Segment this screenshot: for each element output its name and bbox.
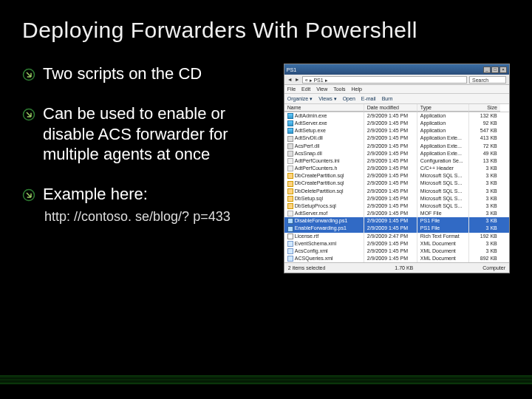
file-row[interactable]: AdtPerfCounters.h2/9/2009 1:45 PMC/C++ H… — [284, 165, 509, 172]
tool-open[interactable]: Open — [343, 96, 355, 101]
file-icon — [287, 226, 293, 232]
file-icon — [287, 113, 293, 119]
menu-tools[interactable]: Tools — [333, 86, 345, 92]
menu-view[interactable]: View — [316, 86, 327, 92]
bullet-item: Can be used to enable or disable ACS for… — [22, 103, 270, 165]
file-icon — [287, 128, 293, 134]
file-row[interactable]: ACSQueries.xml2/9/2009 1:45 PMXML Docume… — [284, 255, 509, 262]
file-icon — [287, 158, 293, 164]
example-url: http: //contoso. se/blog/? p=433 — [44, 209, 270, 225]
file-row[interactable]: License.rtf2/9/2009 2:47 PMRich Text For… — [284, 233, 509, 240]
file-icon — [287, 248, 293, 254]
file-icon — [287, 188, 293, 194]
status-location: Computer — [482, 265, 505, 270]
file-icon — [287, 173, 293, 179]
explorer-menubar: File Edit View Tools Help — [284, 85, 509, 94]
maximize-button[interactable]: □ — [491, 66, 499, 73]
status-items: 2 items selected — [288, 265, 326, 270]
menu-file[interactable]: File — [287, 86, 296, 92]
explorer-addressbar: ◄ ► « ▸ PS1 ▸ Search — [284, 75, 509, 85]
explorer-title: PS1 — [287, 67, 296, 72]
minimize-button[interactable]: _ — [483, 66, 491, 73]
explorer-titlebar: PS1 _ □ × — [284, 64, 509, 75]
decorative-stripe — [0, 375, 532, 384]
status-size: 1.70 KB — [395, 265, 413, 270]
file-row[interactable]: AdtSrvDll.dll2/9/2009 1:45 PMApplication… — [284, 134, 509, 142]
bullet-text: Can be used to enable or disable ACS for… — [43, 103, 270, 165]
file-row[interactable]: AdtPerfCounters.ini2/9/2009 1:45 PMConfi… — [284, 157, 509, 165]
bullet-arrow-icon — [22, 188, 35, 205]
bullet-list: Two scripts on the CD Can be used to ena… — [22, 64, 270, 273]
file-icon — [287, 143, 293, 149]
file-row[interactable]: AcsPerf.dll2/9/2009 1:45 PMApplication E… — [284, 143, 509, 150]
file-icon — [287, 166, 293, 171]
file-icon — [287, 256, 293, 262]
file-icon — [287, 136, 293, 142]
tool-email[interactable]: E-mail — [361, 96, 376, 101]
menu-help[interactable]: Help — [352, 86, 362, 92]
bullet-item: Two scripts on the CD — [22, 64, 270, 84]
file-icon — [287, 196, 293, 202]
col-date[interactable]: Date modified — [364, 104, 417, 112]
file-row[interactable]: DbCreatePartition.sql2/9/2009 1:45 PMMic… — [284, 172, 509, 180]
file-row[interactable]: EnableForwarding.ps12/9/2009 1:45 PMPS1 … — [284, 225, 509, 232]
file-row[interactable]: AdtAdmin.exe2/9/2009 1:45 PMApplication1… — [284, 112, 509, 120]
tool-views[interactable]: Views ▾ — [318, 96, 337, 102]
explorer-window: PS1 _ □ × ◄ ► « ▸ PS1 ▸ Search File Edit… — [284, 64, 510, 273]
file-row[interactable]: EventSchema.xml2/9/2009 1:45 PMXML Docum… — [284, 240, 509, 248]
bullet-arrow-icon — [22, 68, 35, 84]
explorer-filelist: AdtAdmin.exe2/9/2009 1:45 PMApplication1… — [284, 112, 509, 262]
file-icon — [287, 120, 293, 126]
file-row[interactable]: AdtServer.mof2/9/2009 1:45 PMMOF File3 K… — [284, 210, 509, 217]
bullet-text: Example here: — [43, 184, 148, 205]
explorer-toolbar: Organize ▾ Views ▾ Open E-mail Burn — [284, 94, 509, 104]
file-icon — [287, 151, 293, 157]
file-icon — [287, 218, 293, 224]
col-size[interactable]: Size — [469, 104, 500, 112]
file-icon — [287, 181, 293, 187]
file-row[interactable]: DbDeletePartition.sql2/9/2009 1:45 PMMic… — [284, 188, 509, 195]
forward-icon[interactable]: ► — [295, 77, 300, 82]
file-row[interactable]: DbSetupProcs.sql2/9/2009 1:45 PMMicrosof… — [284, 202, 509, 210]
file-row[interactable]: AdtServer.exe2/9/2009 1:45 PMApplication… — [284, 120, 509, 127]
file-row[interactable]: AcsSnap.dll2/9/2009 1:45 PMApplication E… — [284, 150, 509, 157]
explorer-columns: Name Date modified Type Size — [284, 104, 509, 112]
address-field[interactable]: « ▸ PS1 ▸ — [302, 76, 467, 83]
bullet-text: Two scripts on the CD — [43, 64, 202, 84]
file-icon — [287, 233, 293, 239]
tool-organize[interactable]: Organize ▾ — [287, 96, 313, 102]
file-icon — [287, 203, 293, 209]
col-type[interactable]: Type — [417, 104, 469, 112]
search-field[interactable]: Search — [469, 76, 506, 83]
col-name[interactable]: Name — [284, 104, 364, 112]
file-row[interactable]: AcsConfig.xml2/9/2009 1:45 PMXML Documen… — [284, 248, 509, 255]
back-icon[interactable]: ◄ — [287, 77, 293, 82]
bullet-item: Example here: — [22, 184, 270, 205]
tool-burn[interactable]: Burn — [382, 96, 393, 101]
slide-title: Deploying Forwarders With Powershell — [22, 18, 510, 43]
file-row[interactable]: AdtSetup.exe2/9/2009 1:45 PMApplication5… — [284, 127, 509, 134]
file-row[interactable]: DbSetup.sql2/9/2009 1:45 PMMicrosoft SQL… — [284, 195, 509, 202]
explorer-statusbar: 2 items selected 1.70 KB Computer — [284, 262, 509, 273]
file-icon — [287, 241, 293, 247]
file-row[interactable]: DbCreatePartition.sql2/9/2009 1:45 PMMic… — [284, 180, 509, 187]
menu-edit[interactable]: Edit — [301, 86, 310, 92]
file-row[interactable]: DisableForwarding.ps12/9/2009 1:45 PMPS1… — [284, 217, 509, 225]
bullet-arrow-icon — [22, 108, 35, 124]
file-icon — [287, 211, 293, 216]
close-button[interactable]: × — [499, 66, 507, 73]
